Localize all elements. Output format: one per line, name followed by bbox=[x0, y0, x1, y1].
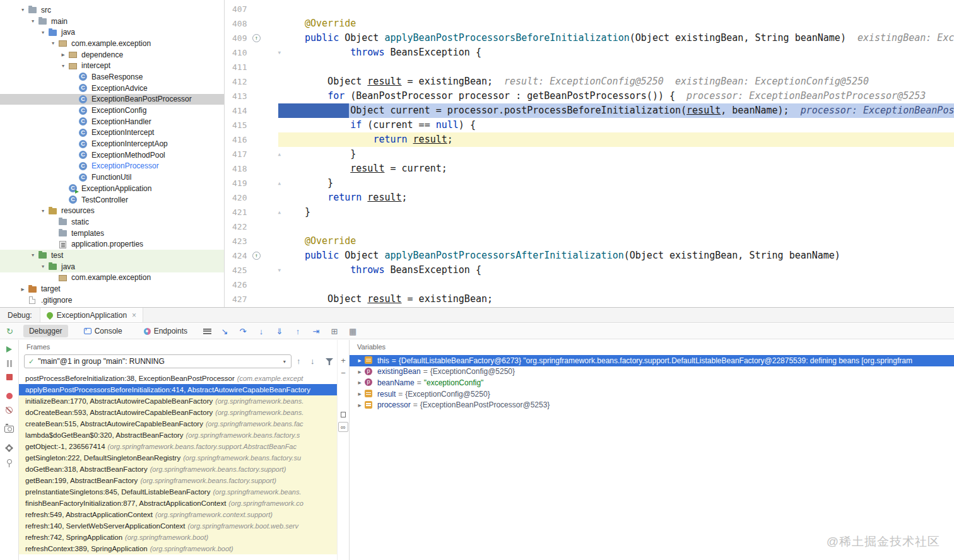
code-line-413[interactable]: 413 for (BeanPostProcessor processor : g… bbox=[225, 89, 954, 103]
menu-icon[interactable] bbox=[203, 329, 211, 334]
variable-row-result[interactable]: ▶result={ExceptionConfig@5250} bbox=[350, 388, 954, 400]
variable-row-existingbean[interactable]: ▶existingBean={ExceptionConfig@5250} bbox=[350, 366, 954, 378]
fold-marker-icon[interactable]: ▲ bbox=[278, 206, 281, 219]
force-step-into-icon[interactable]: ⇓ bbox=[274, 327, 285, 336]
stack-frame[interactable]: getBean:199, AbstractBeanFactory(org.spr… bbox=[19, 475, 337, 486]
chevron-right-icon[interactable]: ▶ bbox=[355, 392, 364, 397]
chevron-down-icon[interactable]: ▼ bbox=[38, 264, 47, 269]
tree-item-intercept[interactable]: ▼intercept bbox=[0, 60, 224, 71]
code-line-424[interactable]: 424↑public Object applyBeanPostProcessor… bbox=[225, 248, 954, 263]
chevron-down-icon[interactable]: ▼ bbox=[28, 19, 37, 24]
code-line-408[interactable]: 408@Override bbox=[225, 16, 954, 31]
stack-frame[interactable]: applyBeanPostProcessorsBeforeInitializat… bbox=[19, 384, 337, 395]
stack-frame[interactable]: doGetBean:318, AbstractBeanFactory(org.s… bbox=[19, 464, 337, 475]
chevron-right-icon[interactable]: ▶ bbox=[355, 358, 364, 363]
code-editor[interactable]: 407408@Override409↑public Object applyBe… bbox=[225, 0, 954, 307]
debug-session-tab[interactable]: ExceptionApplication × bbox=[40, 308, 143, 322]
pin-icon[interactable] bbox=[3, 455, 16, 469]
chevron-down-icon[interactable]: ▼ bbox=[38, 208, 47, 213]
chevron-down-icon[interactable]: ▼ bbox=[59, 63, 68, 68]
code-line-407[interactable]: 407 bbox=[225, 2, 954, 16]
tree-item-gitignore[interactable]: .gitignore bbox=[0, 295, 224, 306]
evaluate-icon[interactable]: ∞ bbox=[338, 421, 349, 433]
code-line-412[interactable]: 412 Object result = existingBean;result:… bbox=[225, 74, 954, 89]
stop-icon[interactable] bbox=[3, 370, 16, 384]
tab-debugger[interactable]: Debugger bbox=[23, 325, 68, 337]
stack-frame[interactable]: getSingleton:222, DefaultSingletonBeanRe… bbox=[19, 452, 337, 464]
fold-marker-icon[interactable]: ▼ bbox=[278, 264, 281, 277]
override-marker-icon[interactable]: ↑ bbox=[252, 252, 261, 260]
settings-gear-icon[interactable] bbox=[3, 441, 16, 455]
step-out-icon[interactable]: ↑ bbox=[293, 327, 303, 336]
tree-item-java[interactable]: ▼java bbox=[0, 261, 224, 272]
chevron-down-icon[interactable]: ▼ bbox=[28, 253, 37, 258]
tree-item-templates[interactable]: templates bbox=[0, 228, 224, 239]
run-to-cursor-icon[interactable]: ⇥ bbox=[311, 327, 321, 336]
pause-icon[interactable] bbox=[3, 356, 16, 370]
stack-frame[interactable]: refresh:140, ServletWebServerApplication… bbox=[19, 520, 337, 532]
tree-item-exceptionbeanpostprocessor[interactable]: ExceptionBeanPostProcessor bbox=[0, 94, 224, 105]
tree-item-exceptionintercept[interactable]: ExceptionIntercept bbox=[0, 127, 224, 139]
remove-watch-icon[interactable]: − bbox=[338, 366, 349, 379]
code-line-420[interactable]: 420 return result; bbox=[225, 190, 954, 205]
thread-selector[interactable]: ✓ "main"@1 in group "main": RUNNING ▼ bbox=[24, 354, 292, 368]
code-line-419[interactable]: 419▲ } bbox=[225, 176, 954, 190]
chevron-right-icon[interactable]: ▶ bbox=[355, 402, 364, 407]
tree-item-exceptioninterceptaop[interactable]: ExceptionInterceptAop bbox=[0, 138, 224, 149]
tree-item-baseresponse[interactable]: BaseResponse bbox=[0, 71, 224, 83]
tree-item-test[interactable]: ▼test bbox=[0, 250, 224, 261]
copy-stack-icon[interactable] bbox=[338, 408, 349, 421]
variable-row-beanname[interactable]: ▶beanName="exceptionConfig" bbox=[350, 377, 954, 388]
code-line-417[interactable]: 417▲ } bbox=[225, 147, 954, 161]
tree-item-resources[interactable]: ▼resources bbox=[0, 205, 224, 216]
chevron-right-icon[interactable]: ▶ bbox=[355, 370, 364, 375]
resume-icon[interactable] bbox=[3, 342, 16, 356]
fold-marker-icon[interactable]: ▼ bbox=[278, 47, 281, 59]
tree-item-application-properties[interactable]: application.properties bbox=[0, 238, 224, 250]
add-watch-icon[interactable]: + bbox=[338, 354, 349, 366]
override-marker-icon[interactable]: ↑ bbox=[252, 34, 261, 42]
show-execution-point-icon[interactable]: ↘ bbox=[220, 327, 230, 336]
stack-frame[interactable]: initializeBean:1770, AbstractAutowireCap… bbox=[19, 395, 337, 407]
code-line-409[interactable]: 409↑public Object applyBeanPostProcessor… bbox=[225, 31, 954, 45]
tree-item-java[interactable]: ▼java bbox=[0, 26, 224, 38]
thread-dump-camera-icon[interactable] bbox=[3, 422, 16, 436]
stack-frame[interactable]: preInstantiateSingletons:845, DefaultLis… bbox=[19, 486, 337, 498]
restore-layout-icon[interactable]: ▦ bbox=[348, 327, 358, 336]
code-line-423[interactable]: 423@Override bbox=[225, 234, 954, 248]
filter-icon[interactable] bbox=[326, 358, 333, 365]
code-line-422[interactable]: 422 bbox=[225, 219, 954, 234]
code-line-421[interactable]: 421▲} bbox=[225, 205, 954, 219]
tree-item-target[interactable]: ▶target bbox=[0, 283, 224, 295]
code-line-416[interactable]: 416 return result; bbox=[225, 132, 954, 147]
stack-frame[interactable]: lambda$doGetBean$0:320, AbstractBeanFact… bbox=[19, 429, 337, 441]
tree-item-main[interactable]: ▼main bbox=[0, 16, 224, 27]
chevron-down-icon[interactable]: ▼ bbox=[49, 41, 57, 46]
stack-frame[interactable]: postProcessBeforeInitialization:38, Exce… bbox=[19, 373, 337, 384]
code-line-410[interactable]: 410▼ throws BeansException { bbox=[225, 45, 954, 60]
variable-row-processor[interactable]: ▶processor={ExceptionBeanPostProcessor@5… bbox=[350, 399, 954, 411]
code-line-427[interactable]: 427 Object result = existingBean; bbox=[225, 292, 954, 306]
stack-frame[interactable]: doCreateBean:593, AbstractAutowireCapabl… bbox=[19, 407, 337, 418]
fold-marker-icon[interactable]: ▲ bbox=[278, 177, 281, 190]
tree-item-exceptionconfig[interactable]: ExceptionConfig bbox=[0, 105, 224, 116]
tree-item-exceptionprocessor[interactable]: ExceptionProcessor bbox=[0, 161, 224, 172]
tree-item-dependence[interactable]: ▶dependence bbox=[0, 49, 224, 61]
code-line-411[interactable]: 411 bbox=[225, 60, 954, 74]
chevron-right-icon[interactable]: ▶ bbox=[355, 380, 364, 385]
stack-frame[interactable]: refreshContext:389, SpringApplication(or… bbox=[19, 543, 337, 554]
close-icon[interactable]: × bbox=[132, 311, 136, 320]
stack-frame[interactable]: createBean:515, AbstractAutowireCapableB… bbox=[19, 418, 337, 429]
step-into-icon[interactable]: ↓ bbox=[256, 327, 266, 336]
code-line-426[interactable]: 426 bbox=[225, 277, 954, 292]
chevron-right-icon[interactable]: ▶ bbox=[59, 52, 68, 57]
stack-frame[interactable]: finishBeanFactoryInitialization:877, Abs… bbox=[19, 498, 337, 509]
mute-breakpoints-icon[interactable] bbox=[3, 403, 16, 417]
tree-item-functionutil[interactable]: FunctionUtil bbox=[0, 172, 224, 183]
frame-up-icon[interactable]: ↑ bbox=[297, 356, 301, 366]
chevron-right-icon[interactable]: ▶ bbox=[18, 286, 27, 291]
chevron-down-icon[interactable]: ▼ bbox=[283, 359, 287, 364]
stack-frame[interactable]: refresh:742, SpringApplication(org.sprin… bbox=[19, 532, 337, 543]
layout-settings-icon[interactable]: ⊞ bbox=[329, 327, 339, 336]
variable-row-this[interactable]: ▶this={DefaultListableBeanFactory@6273} … bbox=[350, 355, 954, 366]
